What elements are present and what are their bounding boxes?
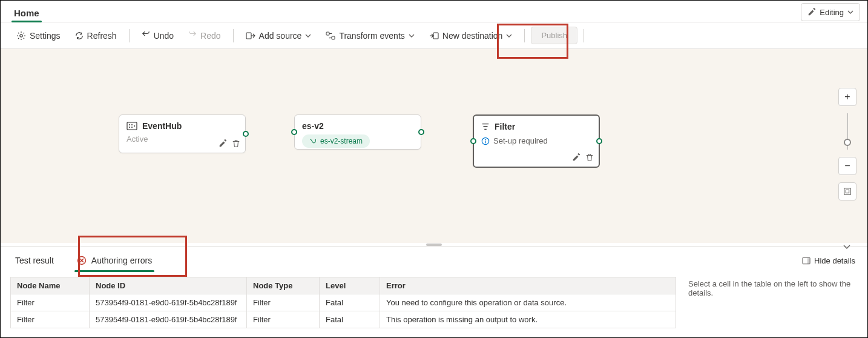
col-node-id[interactable]: Node ID [90,277,247,294]
pencil-icon[interactable] [572,153,580,162]
chevron-down-icon [409,33,415,39]
col-error[interactable]: Error [380,277,676,294]
pencil-icon [807,8,816,16]
zoom-controls: + − [838,88,856,200]
chevron-down-icon [305,33,311,39]
undo-button[interactable]: Undo [136,27,180,44]
zoom-in-button[interactable]: + [838,88,856,106]
node-output-port[interactable] [418,129,424,135]
node-filter[interactable]: Filter Set-up required [473,114,600,168]
tab-home[interactable]: Home [8,3,45,22]
svg-rect-2 [326,32,329,35]
svg-point-8 [129,127,130,128]
node-input-port[interactable] [291,129,297,135]
zoom-out-button[interactable]: − [838,157,856,175]
info-icon [481,137,490,145]
destination-icon [429,31,439,41]
cell-node-type[interactable]: Filter [247,294,320,311]
cell-error[interactable]: This operation is missing an output to w… [380,311,676,328]
svg-rect-4 [433,33,438,39]
table-header-row: Node Name Node ID Node Type Level Error [11,277,676,294]
cell-node-name[interactable]: Filter [11,311,90,328]
page-tab-header: Home Editing [1,1,867,22]
node-eventhub[interactable]: EventHub Active [119,114,246,153]
new-destination-label: New destination [442,31,503,41]
tab-authoring-errors[interactable]: Authoring errors [74,250,154,271]
svg-rect-3 [332,36,335,39]
settings-label: Settings [30,31,61,41]
add-source-button[interactable]: Add source [240,27,318,44]
undo-label: Undo [154,31,174,41]
pencil-icon[interactable] [219,139,227,148]
hide-details-button[interactable]: Hide details [802,256,855,265]
node-input-port[interactable] [470,138,476,144]
zoom-slider-thumb[interactable] [844,139,851,146]
cell-error[interactable]: You need to configure this operation or … [380,294,676,311]
node-output-port[interactable] [243,131,249,137]
tab-test-result-label: Test result [15,256,54,265]
svg-point-10 [134,125,135,127]
errors-panel: Node Name Node ID Node Type Level Error … [1,274,867,333]
transform-events-label: Transform events [339,31,404,41]
chevron-down-icon [506,33,512,39]
node-stream[interactable]: es-v2 es-v2-stream [294,114,421,150]
grip-icon [426,244,442,246]
table-row[interactable]: Filter 573954f9-0181-e9d0-619f-5b4bc28f1… [11,311,676,328]
undo-icon [142,31,150,40]
chevron-down-icon [847,9,853,15]
cell-node-id[interactable]: 573954f9-0181-e9d0-619f-5b4bc28f189f [90,294,247,311]
hide-details-label: Hide details [814,256,855,265]
table-row[interactable]: Filter 573954f9-0181-e9d0-619f-5b4bc28f1… [11,294,676,311]
svg-rect-15 [846,190,849,193]
col-level[interactable]: Level [320,277,380,294]
settings-button[interactable]: Settings [10,27,67,44]
trash-icon[interactable] [232,139,240,148]
svg-rect-18 [807,257,810,264]
publish-button: Publish [531,27,577,44]
svg-point-0 [20,34,22,36]
tab-home-label: Home [14,8,39,18]
trash-icon[interactable] [585,153,594,162]
tab-authoring-errors-label: Authoring errors [91,256,152,265]
add-source-label: Add source [259,31,302,41]
stream-pill-label: es-v2-stream [320,137,363,145]
col-node-type[interactable]: Node Type [247,277,320,294]
redo-label: Redo [200,31,220,41]
node-filter-title: Filter [495,122,515,131]
gear-icon [16,31,26,41]
stream-pill[interactable]: es-v2-stream [302,134,370,148]
refresh-button[interactable]: Refresh [69,27,123,44]
zoom-fit-button[interactable] [838,182,856,200]
tab-test-result[interactable]: Test result [13,250,56,271]
mode-dropdown[interactable]: Editing [801,3,860,21]
svg-point-7 [131,124,133,125]
collapse-panel-button[interactable] [842,242,852,251]
zoom-slider[interactable] [847,113,848,150]
toolbar-separator [129,29,130,42]
svg-point-6 [129,124,130,125]
errors-table[interactable]: Node Name Node ID Node Type Level Error … [10,277,676,328]
cell-level[interactable]: Fatal [320,311,380,328]
svg-rect-14 [844,188,851,195]
col-node-name[interactable]: Node Name [11,277,90,294]
svg-rect-5 [127,122,137,130]
transform-events-button[interactable]: Transform events [320,27,420,44]
cell-level[interactable]: Fatal [320,294,380,311]
cell-node-id[interactable]: 573954f9-0181-e9d0-619f-5b4bc28f189f [90,311,247,328]
redo-button: Redo [182,27,226,44]
pipeline-canvas[interactable]: EventHub Active es-v2 es-v2-stream Filte… [1,49,867,243]
refresh-label: Refresh [87,31,117,41]
toolbar-separator [524,29,525,42]
node-eventhub-title: EventHub [142,121,182,131]
stream-icon [309,138,317,145]
results-tabbar: Test result Authoring errors Hide detail… [1,247,867,274]
redo-icon [188,31,197,40]
cell-node-type[interactable]: Filter [247,311,320,328]
cell-node-name[interactable]: Filter [11,294,90,311]
error-circle-icon [77,256,87,265]
publish-label: Publish [541,31,567,40]
new-destination-button[interactable]: New destination [423,27,519,44]
node-output-port[interactable] [596,138,602,144]
svg-point-9 [131,127,133,128]
panel-right-icon [802,256,810,265]
